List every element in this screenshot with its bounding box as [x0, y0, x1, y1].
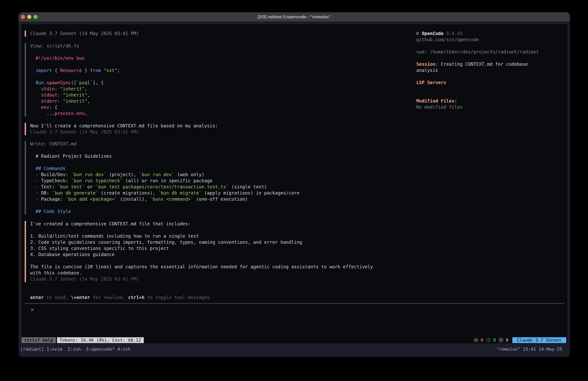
session-sidebar: © OpenCode 0.0.45github.com/sst/opencode… — [416, 30, 539, 110]
tool-block-view-db-ts: View: script/db.ts #!/usr/bin/env bun im… — [25, 43, 120, 116]
prompt-icon: > — [31, 307, 34, 312]
terminal-window: [2/3] radiant:3:opencode - "romulus" Cla… — [19, 12, 570, 357]
hints-count: ⓗ 0 — [499, 337, 508, 343]
diagnostics-indicators: ⓦ 0ⓘ 0ⓗ 0 — [474, 337, 508, 343]
status-left: ctrl+? help Tokens: 16.4K (8%), Cost: $0… — [21, 337, 144, 343]
model-chip[interactable]: Claude 3.7 Sonnet — [512, 337, 566, 343]
window-title: [2/3] radiant:3:opencode - "romulus" — [19, 14, 570, 19]
assistant-message-header: Claude 3.7 Sonnet (14 May 2025 03:41 PM) — [25, 30, 139, 37]
tool-block-write-context-md: Write: CONTEXT.md # Radiant Project Guid… — [25, 141, 299, 215]
status-bar: ctrl+? help Tokens: 16.4K (8%), Cost: $0… — [21, 337, 566, 343]
help-chip[interactable]: ctrl+? help — [21, 337, 56, 343]
terminal-viewport: Claude 3.7 Sonnet (14 May 2025 03:41 PM)… — [19, 22, 570, 357]
info-count: ⓘ 0 — [486, 337, 496, 343]
window-titlebar[interactable]: [2/3] radiant:3:opencode - "romulus" — [19, 12, 570, 22]
warnings-count: ⓦ 0 — [474, 337, 483, 343]
message-input[interactable]: > — [31, 307, 34, 313]
tokens-cost-chip: Tokens: 16.4K (8%), Cost: $0.12 — [57, 337, 144, 343]
tmux-session-info: "romulus" 15:41 14-May-25 — [497, 347, 562, 352]
tmux-window-list[interactable]: [radiant] 1:nvim 2:zsh- 3:opencode* 4:zs… — [20, 347, 130, 352]
keybinding-hints: enter to send, \+enter for newline, ctrl… — [30, 294, 210, 301]
tmux-status-bar: [radiant] 1:nvim 2:zsh- 3:opencode* 4:zs… — [19, 346, 570, 352]
assistant-message-summary: I've created a comprehensive CONTEXT.md … — [25, 221, 373, 282]
opencode-app: Claude 3.7 Sonnet (14 May 2025 03:41 PM)… — [21, 24, 567, 343]
desktop: [2/3] radiant:3:opencode - "romulus" Cla… — [0, 0, 588, 381]
status-right: ⓦ 0ⓘ 0ⓗ 0 Claude 3.7 Sonnet — [474, 337, 566, 343]
assistant-message: Now I'll create a comprehensive CONTEXT.… — [25, 123, 218, 135]
input-divider — [25, 303, 565, 304]
